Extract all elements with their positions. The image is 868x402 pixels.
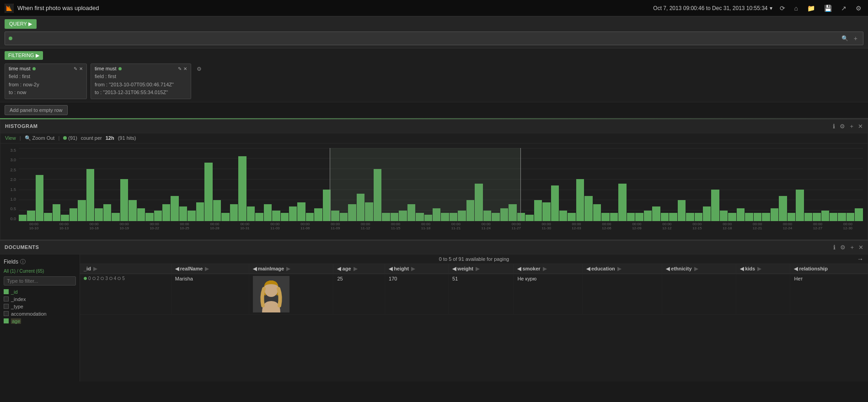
query-input[interactable]	[16, 35, 836, 42]
view-link[interactable]: View	[5, 135, 16, 141]
query-button[interactable]: QUERY ▶	[5, 19, 37, 29]
field-item-id[interactable]: _id	[4, 288, 76, 296]
documents-gear-icon[interactable]: ⚙	[840, 244, 846, 251]
plus-icon[interactable]: +	[852, 34, 859, 43]
bar-group[interactable]	[771, 148, 778, 221]
bar-group[interactable]	[247, 148, 255, 221]
bar-group[interactable]	[70, 148, 77, 221]
bar-group[interactable]	[475, 148, 482, 221]
filtering-button[interactable]: FILTERING ▶	[5, 51, 43, 60]
bar-group[interactable]	[542, 148, 550, 221]
bar-group[interactable]	[204, 148, 212, 221]
bar-group[interactable]	[568, 148, 575, 221]
bar-group[interactable]	[145, 148, 153, 221]
bar-group[interactable]	[610, 148, 618, 221]
bar-group[interactable]	[483, 148, 491, 221]
field-item-accommodation[interactable]: accommodation	[4, 310, 76, 317]
histogram-plus-icon[interactable]: +	[850, 123, 853, 130]
bar-group[interactable]	[213, 148, 221, 221]
field-item-age[interactable]: age	[4, 317, 76, 325]
bar-group[interactable]	[458, 148, 466, 221]
bar-group[interactable]	[466, 148, 474, 221]
bar-group[interactable]	[407, 148, 415, 221]
col-weight[interactable]: ◀ weight ▶	[449, 264, 514, 274]
bar-group[interactable]	[221, 148, 229, 221]
bar-group[interactable]	[112, 148, 119, 221]
bar-group[interactable]	[551, 148, 559, 221]
bar-group[interactable]	[323, 148, 331, 221]
bar-group[interactable]	[120, 148, 128, 221]
histogram-gear-icon[interactable]: ⚙	[840, 123, 845, 130]
bar-group[interactable]	[779, 148, 787, 221]
bar-group[interactable]	[129, 148, 136, 221]
bar-group[interactable]	[855, 148, 863, 221]
filter-settings-gear-icon[interactable]: ⚙	[197, 66, 202, 72]
bar-group[interactable]	[289, 148, 297, 221]
col-mainimage[interactable]: ◀ mainImage ▶	[249, 264, 333, 274]
col-height[interactable]: ◀ height ▶	[385, 264, 449, 274]
bar-group[interactable]	[627, 148, 635, 221]
bar-group[interactable]	[847, 148, 854, 221]
bar-group[interactable]	[196, 148, 204, 221]
bar-group[interactable]	[374, 148, 381, 221]
bar-group[interactable]	[669, 148, 677, 221]
bar-group[interactable]	[357, 148, 364, 221]
field-item-type[interactable]: _type	[4, 303, 76, 310]
filter-1-edit-icon[interactable]: ✎	[74, 66, 77, 71]
bar-group[interactable]	[137, 148, 145, 221]
bar-group[interactable]	[340, 148, 348, 221]
col-age[interactable]: ◀ age ▶	[333, 264, 385, 274]
bar-group[interactable]	[441, 148, 449, 221]
bar-group[interactable]	[796, 148, 804, 221]
bar-group[interactable]	[450, 148, 457, 221]
home-icon[interactable]: ⌂	[793, 4, 800, 13]
bar-group[interactable]	[576, 148, 584, 221]
bar-group[interactable]	[703, 148, 711, 221]
col-id[interactable]: _id ▶	[80, 264, 171, 274]
bar-group[interactable]	[306, 148, 314, 221]
bar-group[interactable]	[365, 148, 373, 221]
add-panel-empty-row-button[interactable]: Add panel to empty row	[5, 105, 68, 115]
documents-close-icon[interactable]: ✕	[858, 244, 863, 251]
col-relationship[interactable]: ◀ relationship	[790, 264, 868, 274]
bar-group[interactable]	[644, 148, 652, 221]
histogram-close-icon[interactable]: ✕	[858, 123, 863, 130]
field-id-checkbox[interactable]	[4, 289, 9, 294]
settings-icon[interactable]: ⚙	[854, 4, 863, 13]
pagination-next-arrow[interactable]: →	[857, 255, 863, 263]
bar-group[interactable]	[19, 148, 27, 221]
bar-group[interactable]	[179, 148, 187, 221]
bar-group[interactable]	[416, 148, 423, 221]
bar-group[interactable]	[686, 148, 694, 221]
bar-group[interactable]	[534, 148, 542, 221]
bar-group[interactable]	[711, 148, 719, 221]
bar-group[interactable]	[525, 148, 533, 221]
bar-group[interactable]	[584, 148, 592, 221]
bar-group[interactable]	[593, 148, 601, 221]
bar-group[interactable]	[154, 148, 162, 221]
bar-group[interactable]	[44, 148, 52, 221]
bar-group[interactable]	[762, 148, 770, 221]
bar-group[interactable]	[813, 148, 820, 221]
bar-group[interactable]	[86, 148, 94, 221]
bar-group[interactable]	[255, 148, 263, 221]
bar-group[interactable]	[382, 148, 390, 221]
bar-group[interactable]	[264, 148, 272, 221]
bar-group[interactable]	[559, 148, 567, 221]
col-ethnicity[interactable]: ◀ ethnicity ▶	[662, 264, 736, 274]
bar-group[interactable]	[78, 148, 86, 221]
bar-group[interactable]	[678, 148, 686, 221]
documents-info-icon[interactable]: ℹ	[833, 244, 836, 251]
field-index-checkbox[interactable]	[4, 296, 9, 302]
bar-group[interactable]	[314, 148, 322, 221]
field-item-index[interactable]: _index	[4, 296, 76, 303]
bar-group[interactable]	[399, 148, 407, 221]
bar-group[interactable]	[95, 148, 102, 221]
bar-group[interactable]	[171, 148, 178, 221]
bar-group[interactable]	[348, 148, 356, 221]
histogram-info-icon[interactable]: ℹ	[833, 123, 835, 130]
bar-group[interactable]	[391, 148, 398, 221]
bar-group[interactable]	[433, 148, 440, 221]
col-kids[interactable]: ◀ kids ▶	[736, 264, 790, 274]
bar-group[interactable]	[331, 148, 339, 221]
